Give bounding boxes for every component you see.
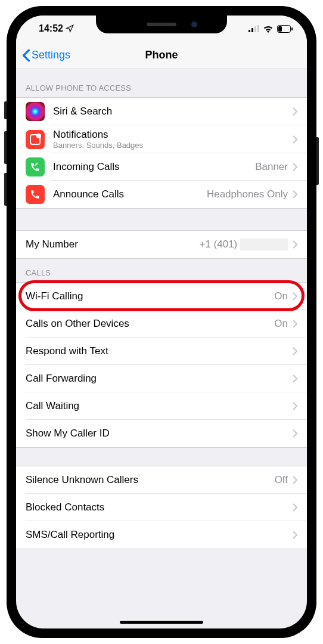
notifications-label: Notifications — [53, 129, 293, 141]
chevron-right-icon — [293, 190, 297, 199]
notifications-row[interactable]: Notifications Banners, Sounds, Badges — [16, 125, 307, 153]
show-caller-id-row[interactable]: Show My Caller ID — [16, 420, 307, 447]
sms-call-reporting-label: SMS/Call Reporting — [26, 529, 293, 541]
location-icon — [66, 24, 74, 33]
call-waiting-row[interactable]: Call Waiting — [16, 392, 307, 420]
svg-rect-3 — [257, 25, 259, 32]
show-caller-id-label: Show My Caller ID — [26, 428, 293, 439]
wifi-calling-label: Wi-Fi Calling — [26, 290, 274, 302]
chevron-left-icon — [22, 49, 30, 62]
mute-switch — [4, 101, 7, 119]
silence-unknown-row[interactable]: Silence Unknown Callers Off — [16, 466, 307, 494]
volume-up-button — [4, 131, 7, 164]
notifications-sublabel: Banners, Sounds, Badges — [53, 141, 293, 150]
volume-down-button — [4, 173, 7, 206]
chevron-right-icon — [293, 374, 297, 383]
back-button[interactable]: Settings — [22, 49, 70, 62]
my-number-group: My Number +1 (401) — [16, 230, 307, 259]
announce-calls-icon — [26, 185, 45, 204]
speaker-grille — [147, 23, 176, 26]
front-camera — [191, 21, 197, 27]
siri-label: Siri & Search — [53, 106, 293, 117]
svg-rect-5 — [278, 26, 282, 32]
incoming-calls-row[interactable]: Incoming Calls Banner — [16, 153, 307, 181]
section-header-access: ALLOW PHONE TO ACCESS — [16, 69, 307, 97]
chevron-right-icon — [293, 531, 297, 539]
calls-group: Wi-Fi Calling On Calls on Other Devices … — [16, 282, 307, 448]
chevron-right-icon — [293, 476, 297, 484]
call-forwarding-row[interactable]: Call Forwarding — [16, 365, 307, 392]
other-group: Silence Unknown Callers Off Blocked Cont… — [16, 466, 307, 549]
chevron-right-icon — [293, 320, 297, 328]
siri-search-row[interactable]: Siri & Search — [16, 98, 307, 125]
incoming-calls-icon — [26, 157, 45, 177]
chevron-right-icon — [293, 402, 297, 410]
silence-unknown-label: Silence Unknown Callers — [26, 474, 275, 486]
access-group: Siri & Search Notifications Banners, Sou… — [16, 97, 307, 209]
cellular-signal-icon — [249, 25, 259, 32]
notch — [96, 16, 227, 33]
wifi-icon — [263, 25, 274, 33]
svg-rect-1 — [251, 28, 253, 32]
battery-icon — [277, 25, 293, 33]
back-label: Settings — [32, 49, 70, 61]
chevron-right-icon — [293, 347, 297, 355]
chevron-right-icon — [293, 503, 297, 512]
notifications-icon — [26, 130, 45, 149]
settings-content: ALLOW PHONE TO ACCESS Siri & Search Noti… — [16, 69, 307, 549]
calls-other-devices-label: Calls on Other Devices — [26, 318, 274, 330]
redacted-number — [240, 239, 288, 250]
home-indicator[interactable] — [120, 621, 203, 624]
power-button — [316, 137, 319, 185]
nav-title: Phone — [145, 49, 178, 61]
call-forwarding-label: Call Forwarding — [26, 373, 293, 385]
nav-header: Settings Phone — [16, 42, 307, 69]
my-number-value: +1 (401) — [199, 239, 288, 251]
svg-rect-0 — [249, 30, 250, 32]
respond-with-text-row[interactable]: Respond with Text — [16, 338, 307, 365]
chevron-right-icon — [293, 107, 297, 116]
chevron-right-icon — [293, 429, 297, 438]
svg-rect-2 — [254, 26, 256, 32]
announce-calls-row[interactable]: Announce Calls Headphones Only — [16, 181, 307, 208]
calls-other-devices-value: On — [274, 318, 288, 330]
call-waiting-label: Call Waiting — [26, 400, 293, 412]
chevron-right-icon — [293, 292, 297, 301]
calls-other-devices-row[interactable]: Calls on Other Devices On — [16, 310, 307, 338]
blocked-contacts-label: Blocked Contacts — [26, 501, 293, 513]
wifi-calling-row[interactable]: Wi-Fi Calling On — [16, 283, 307, 310]
siri-icon — [26, 102, 45, 121]
svg-rect-6 — [291, 27, 293, 30]
announce-calls-value: Headphones Only — [207, 188, 288, 200]
section-header-calls: CALLS — [16, 259, 307, 282]
announce-calls-label: Announce Calls — [53, 188, 207, 200]
chevron-right-icon — [293, 240, 297, 249]
my-number-label: My Number — [26, 239, 199, 250]
incoming-calls-value: Banner — [255, 161, 288, 173]
phone-frame: 14:52 Settings Phone ALLOW PHONE TO ACCE… — [7, 6, 316, 638]
screen: 14:52 Settings Phone ALLOW PHONE TO ACCE… — [16, 16, 307, 628]
my-number-row[interactable]: My Number +1 (401) — [16, 231, 307, 258]
wifi-calling-value: On — [274, 290, 288, 302]
sms-call-reporting-row[interactable]: SMS/Call Reporting — [16, 521, 307, 549]
incoming-calls-label: Incoming Calls — [53, 161, 255, 173]
respond-with-text-label: Respond with Text — [26, 345, 293, 357]
status-time: 14:52 — [39, 23, 63, 34]
silence-unknown-value: Off — [275, 474, 288, 486]
chevron-right-icon — [293, 163, 297, 171]
chevron-right-icon — [293, 135, 297, 144]
blocked-contacts-row[interactable]: Blocked Contacts — [16, 494, 307, 521]
